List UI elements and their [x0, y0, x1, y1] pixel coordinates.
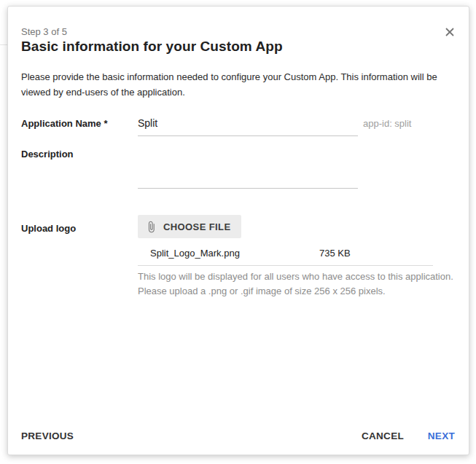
custom-app-dialog: Step 3 of 5 Basic information for your C… [7, 6, 469, 455]
logo-helper-text: This logo will be displayed for all user… [138, 270, 453, 299]
dialog-title: Basic information for your Custom App [21, 39, 283, 55]
background-page-edge [0, 44, 7, 45]
next-button[interactable]: NEXT [426, 428, 456, 444]
application-name-input[interactable] [138, 114, 358, 136]
logo-helper-line-1: This logo will be displayed for all user… [138, 270, 453, 284]
paperclip-icon [145, 221, 157, 233]
intro-line-2: viewed by end-users of the application. [21, 84, 437, 100]
intro-text: Please provide the basic information nee… [21, 69, 437, 100]
cancel-button[interactable]: CANCEL [360, 428, 405, 444]
logo-helper-line-2: Please upload a .png or .gif image of si… [138, 284, 453, 299]
choose-file-button[interactable]: CHOOSE FILE [138, 215, 241, 238]
close-icon [445, 27, 455, 37]
upload-logo-label: Upload logo [21, 223, 76, 234]
file-row-divider [138, 265, 433, 266]
application-name-label: Application Name * [21, 118, 107, 129]
description-label: Description [21, 149, 74, 160]
intro-line-1: Please provide the basic information nee… [21, 69, 437, 84]
close-button[interactable] [443, 25, 456, 39]
uploaded-file-name: Split_Logo_Mark.png [150, 248, 240, 259]
app-id-hint: app-id: split [363, 118, 411, 129]
step-indicator: Step 3 of 5 [21, 26, 67, 37]
description-input[interactable] [138, 149, 358, 189]
previous-button[interactable]: PREVIOUS [20, 428, 75, 444]
uploaded-file-size: 735 KB [319, 248, 351, 259]
choose-file-label: CHOOSE FILE [163, 221, 231, 232]
